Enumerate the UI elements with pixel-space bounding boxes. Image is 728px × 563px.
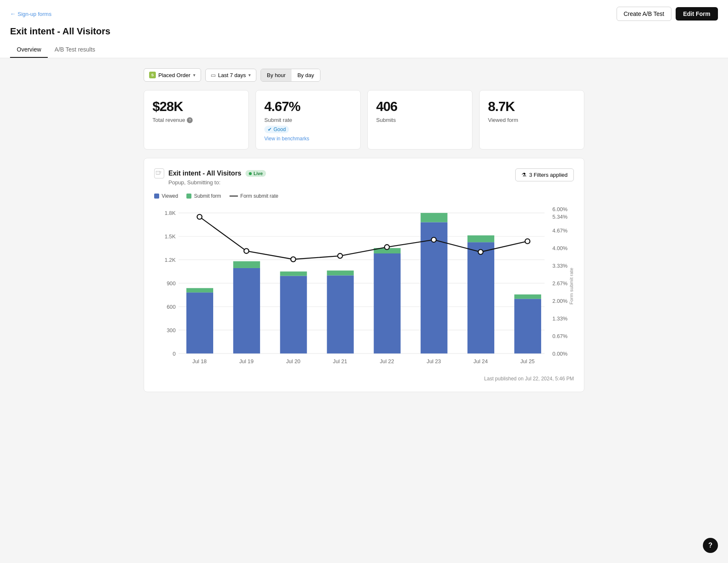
- metric-card-submit-rate: 4.67% Submit rate ✔ Good View in benchma…: [256, 90, 361, 150]
- page-title: Exit intent - All Visitors: [10, 26, 718, 37]
- back-link[interactable]: ← Sign-up forms: [10, 10, 52, 17]
- metric-card-revenue: $28K Total revenue ?: [144, 90, 249, 150]
- main-content: S Placed Order ▾ ▭ Last 7 days ▾ By hour…: [134, 58, 594, 402]
- svg-text:4.67%: 4.67%: [552, 227, 568, 234]
- legend-submit-color: [186, 194, 191, 199]
- svg-text:Jul 18: Jul 18: [192, 358, 207, 364]
- svg-rect-1: [156, 171, 160, 174]
- tabs: Overview A/B Test results: [10, 42, 718, 58]
- legend-form-submit-rate: Form submit rate: [230, 193, 279, 199]
- svg-text:0: 0: [173, 351, 176, 357]
- metric-card-submits: 406 Submits: [367, 90, 472, 150]
- bar-jul20-submit: [280, 271, 307, 276]
- bar-jul21-submit: [327, 271, 354, 276]
- bar-jul18-viewed: [186, 292, 213, 354]
- dot-jul19: [244, 248, 249, 253]
- svg-text:Jul 25: Jul 25: [520, 358, 534, 364]
- svg-text:Jul 24: Jul 24: [473, 358, 488, 364]
- published-text: Last published on Jul 22, 2024, 5:46 PM: [154, 376, 574, 382]
- by-hour-button[interactable]: By hour: [261, 69, 292, 81]
- metric-label-viewed: Viewed form: [488, 117, 576, 123]
- chevron-down-icon: ▾: [193, 72, 196, 78]
- metric-label-submits: Submits: [376, 117, 464, 123]
- svg-text:Jul 23: Jul 23: [427, 358, 441, 364]
- header-actions: Create A/B Test Edit Form: [617, 7, 718, 21]
- chart-container: 0 300 600 900 1.2K 1.5K 1.8K 0.00% 0.67%…: [154, 203, 574, 369]
- metric-value-viewed: 8.7K: [488, 99, 576, 114]
- svg-text:2.67%: 2.67%: [552, 280, 568, 287]
- filters-applied-button[interactable]: ⚗ 3 Filters applied: [515, 168, 574, 181]
- legend-submit-form: Submit form: [186, 193, 221, 199]
- chart-icon: [154, 168, 164, 178]
- metric-label-submit-rate: Submit rate: [264, 117, 352, 123]
- dot-jul24: [478, 250, 483, 255]
- legend-viewed: Viewed: [154, 193, 178, 199]
- svg-text:5.34%: 5.34%: [552, 214, 568, 220]
- bar-jul21-viewed: [327, 275, 354, 353]
- filter-icon: ⚗: [521, 172, 527, 178]
- tab-ab-results[interactable]: A/B Test results: [48, 42, 102, 58]
- time-toggle: By hour By day: [261, 69, 320, 82]
- bar-jul18-submit: [186, 288, 213, 292]
- bar-jul25-viewed: [514, 299, 541, 353]
- metric-value-revenue: $28K: [152, 99, 240, 114]
- benchmark-link[interactable]: View in benchmarks: [264, 136, 352, 142]
- chart-legend: Viewed Submit form Form submit rate: [154, 193, 574, 199]
- header: ← Sign-up forms Create A/B Test Edit For…: [0, 0, 728, 58]
- svg-rect-0: [156, 172, 162, 172]
- by-day-button[interactable]: By day: [292, 69, 320, 81]
- back-link-label: Sign-up forms: [18, 11, 52, 17]
- bar-jul25-submit: [514, 294, 541, 299]
- svg-text:Jul 21: Jul 21: [333, 358, 347, 364]
- bar-jul22-viewed: [374, 253, 400, 354]
- svg-text:3.33%: 3.33%: [552, 263, 568, 269]
- dot-jul23: [431, 238, 436, 243]
- placed-order-label: Placed Order: [158, 72, 191, 78]
- svg-text:4.00%: 4.00%: [552, 245, 568, 251]
- bar-jul19-viewed: [233, 268, 260, 354]
- date-range-label: Last 7 days: [218, 72, 246, 78]
- svg-text:6.00%: 6.00%: [552, 206, 568, 212]
- calendar-icon: ▭: [211, 72, 216, 78]
- legend-viewed-color: [154, 194, 159, 199]
- svg-text:1.5K: 1.5K: [165, 233, 176, 240]
- create-ab-test-button[interactable]: Create A/B Test: [617, 7, 671, 21]
- good-badge: ✔ Good: [264, 126, 289, 133]
- dot-jul20: [291, 257, 296, 262]
- info-icon-revenue[interactable]: ?: [187, 117, 193, 123]
- svg-text:Jul 19: Jul 19: [239, 358, 253, 364]
- dot-jul21: [338, 253, 343, 258]
- check-icon: ✔: [268, 127, 272, 132]
- svg-text:Form submit rate: Form submit rate: [568, 268, 574, 305]
- svg-text:Jul 20: Jul 20: [286, 358, 300, 364]
- back-arrow-icon: ←: [10, 10, 16, 17]
- chart-section: Exit intent - All Visitors Live Popup, S…: [144, 158, 584, 392]
- live-badge: Live: [245, 170, 266, 177]
- svg-text:2.00%: 2.00%: [552, 298, 568, 304]
- bar-jul19-submit: [233, 261, 260, 268]
- svg-text:600: 600: [167, 304, 176, 310]
- date-range-filter[interactable]: ▭ Last 7 days ▾: [205, 69, 257, 82]
- metric-label-revenue: Total revenue ?: [152, 117, 240, 123]
- filters-row: S Placed Order ▾ ▭ Last 7 days ▾ By hour…: [144, 68, 584, 82]
- help-button[interactable]: ?: [703, 538, 718, 553]
- svg-text:1.33%: 1.33%: [552, 315, 568, 322]
- dot-jul22: [385, 245, 390, 250]
- dot-jul25: [525, 239, 530, 244]
- chart-title: Exit intent - All Visitors: [168, 170, 241, 177]
- legend-rate-line: [230, 196, 238, 196]
- placed-order-filter[interactable]: S Placed Order ▾: [144, 68, 201, 82]
- bar-chart: 0 300 600 900 1.2K 1.5K 1.8K 0.00% 0.67%…: [154, 203, 574, 369]
- chart-subtitle: Popup, Submitting to:: [168, 179, 266, 186]
- edit-form-button[interactable]: Edit Form: [676, 7, 718, 21]
- metric-value-submits: 406: [376, 99, 464, 114]
- chart-title-area: Exit intent - All Visitors Live Popup, S…: [154, 168, 266, 186]
- metric-value-submit-rate: 4.67%: [264, 99, 352, 114]
- svg-text:0.67%: 0.67%: [552, 333, 568, 339]
- bar-jul24-viewed: [467, 242, 494, 354]
- tab-overview[interactable]: Overview: [10, 42, 48, 58]
- metrics-grid: $28K Total revenue ? 4.67% Submit rate ✔…: [144, 90, 584, 150]
- dot-jul18: [197, 214, 202, 220]
- chevron-down-icon-2: ▾: [248, 72, 251, 78]
- svg-text:900: 900: [167, 280, 176, 287]
